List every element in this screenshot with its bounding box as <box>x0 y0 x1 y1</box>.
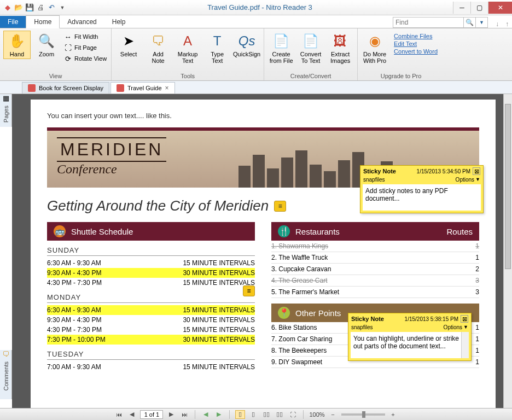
nav-back-button[interactable]: ◀ <box>201 410 211 419</box>
sticky-close-icon[interactable]: ⊠ <box>461 315 468 323</box>
home-tab[interactable]: Home <box>26 15 60 28</box>
pages-panel-tab[interactable]: ▦ Pages <box>0 94 12 127</box>
quick-access-toolbar: ◆ 📂 💾 🖨 ↶ ▼ <box>0 3 67 12</box>
window-buttons: ─ ▢ ✕ <box>453 2 512 14</box>
view-cont-button[interactable]: ▯ <box>248 410 258 419</box>
view-cont-facing-button[interactable]: ▯▯ <box>275 410 284 419</box>
sticky-note-icon[interactable]: ≡ <box>243 285 255 296</box>
fork-icon: 🍴 <box>278 225 290 237</box>
schedule-row: 9:30 AM - 4:30 PM30 MINUTE INTERVALS <box>47 268 255 278</box>
page-input[interactable] <box>140 410 163 419</box>
rotate-icon: ⟳ <box>63 54 72 63</box>
advanced-tab[interactable]: Advanced <box>60 16 104 28</box>
app-icon[interactable]: ◆ <box>3 3 12 12</box>
quicksign-button[interactable]: QsQuickSign <box>233 31 260 59</box>
nav-next-icon[interactable]: ↑ <box>502 20 512 28</box>
fit-width-icon: ↔ <box>63 32 72 41</box>
create-icon: 📄 <box>272 32 290 50</box>
find-input[interactable] <box>393 17 464 28</box>
comments-icon: 🗨 <box>2 350 9 358</box>
type-text-icon: T <box>208 32 226 50</box>
inserted-text: You can insert your own text.... like th… <box>47 112 479 120</box>
select-button[interactable]: ➤Select <box>115 31 142 59</box>
fullscreen-button[interactable]: ⛶ <box>288 410 298 419</box>
pdf-icon <box>28 84 36 92</box>
comments-panel-tab[interactable]: 🗨 Comments <box>0 350 12 399</box>
find-dropdown-button[interactable]: ▼ <box>476 17 488 28</box>
window-title: Travel Guide.pdf - Nitro Reader 3 <box>67 3 453 11</box>
options-dropdown-icon[interactable]: ▼ <box>475 177 480 183</box>
ribbon-group-pro: ◉Do More With Pro Combine Files Edit Tex… <box>358 28 444 80</box>
convert-to-word-link[interactable]: Convert to Word <box>394 48 438 55</box>
restaurants-header: 🍴 Restaurants Routes <box>271 222 479 241</box>
schedule-row: 6:30 AM - 9:30 AM15 MINUTE INTERVALS <box>47 258 255 268</box>
file-tab[interactable]: File <box>0 16 26 28</box>
maximize-button[interactable]: ▢ <box>470 2 488 14</box>
zoom-button[interactable]: 🔍 Zoom <box>33 31 60 59</box>
combine-files-link[interactable]: Combine Files <box>394 33 438 39</box>
close-button[interactable]: ✕ <box>488 2 512 14</box>
undo-icon[interactable]: ↶ <box>47 3 56 12</box>
next-page-button[interactable]: ▶ <box>166 410 176 419</box>
ribbon-group-view: ✋ Hand 🔍 Zoom ↔Fit Width ⛶Fit Page ⟳Rota… <box>0 28 112 80</box>
open-icon[interactable]: 📂 <box>14 3 23 12</box>
sticky-close-icon[interactable]: ⊠ <box>473 167 480 175</box>
print-icon[interactable]: 🖨 <box>36 3 45 12</box>
close-tab-icon[interactable]: × <box>165 84 169 92</box>
convert-to-text-button[interactable]: 📄Convert To Text <box>297 31 324 66</box>
qat-dropdown-icon[interactable]: ▼ <box>58 3 67 12</box>
status-bar: ⏮ ◀ ▶ ⏭ ◀ ▶ ▯ ▯ ▯▯ ▯▯ ⛶ 100% − + <box>0 408 512 420</box>
view-single-button[interactable]: ▯ <box>235 410 245 419</box>
nav-fwd-button[interactable]: ▶ <box>214 410 224 419</box>
last-page-button[interactable]: ⏭ <box>179 410 189 419</box>
extract-images-button[interactable]: 🖼Extract Images <box>327 31 354 66</box>
schedule-row: 7:00 AM - 9:30 AM15 MINUTE INTERVALS <box>47 362 255 372</box>
create-from-file-button[interactable]: 📄Create from File <box>267 31 295 66</box>
totext-icon: 📄 <box>302 32 319 50</box>
hand-tool-button[interactable]: ✋ Hand <box>3 31 31 59</box>
document-tab-book[interactable]: Book for Screen Display <box>22 82 109 94</box>
fit-page-icon: ⛶ <box>63 43 72 52</box>
type-text-button[interactable]: TType Text <box>203 31 231 66</box>
extract-icon: 🖼 <box>331 32 349 50</box>
fit-width-button[interactable]: ↔Fit Width <box>62 32 108 42</box>
pin-icon: 📍 <box>278 307 290 319</box>
day-heading: TUESDAY <box>47 350 255 360</box>
document-tab-travel[interactable]: Travel Guide× <box>110 82 175 94</box>
sticky-note-icon[interactable]: ≡ <box>274 201 286 212</box>
zoom-level: 100% <box>309 411 324 418</box>
sticky-note-1[interactable]: Sticky Note1/15/2013 5:34:50 PM⊠ snapfil… <box>360 165 484 213</box>
shuttle-header: 🚌 Shuttle Schedule <box>47 222 255 241</box>
help-tab[interactable]: Help <box>104 16 133 28</box>
find-search-button[interactable]: 🔍 <box>464 17 476 28</box>
do-more-pro-button[interactable]: ◉Do More With Pro <box>361 31 388 66</box>
vertical-scrollbar[interactable] <box>503 94 512 408</box>
zoom-out-button[interactable]: − <box>328 410 338 419</box>
first-page-button[interactable]: ⏮ <box>114 410 124 419</box>
schedule-row: 4:30 PM - 7:30 PM15 MINUTE INTERVALS <box>47 325 255 335</box>
sticky-note-2[interactable]: Sticky Note1/15/2013 5:38:15 PM⊠ snapfil… <box>348 313 472 361</box>
zoom-in-button[interactable]: + <box>388 410 398 419</box>
add-note-button[interactable]: 🗨Add Note <box>144 31 172 66</box>
fit-page-button[interactable]: ⛶Fit Page <box>62 43 108 52</box>
day-heading: SUNDAY <box>47 246 255 256</box>
restaurant-row: 3. Cupcake Caravan2 <box>271 264 479 275</box>
prev-page-button[interactable]: ◀ <box>127 410 137 419</box>
options-dropdown-icon[interactable]: ▼ <box>463 324 468 330</box>
day-heading: MONDAY <box>47 293 255 303</box>
sticky-scrollbar[interactable] <box>461 332 469 358</box>
rotate-view-button[interactable]: ⟳Rotate View <box>62 54 108 63</box>
restaurant-row: 4. The Grease Cart3 <box>271 275 479 287</box>
schedule-row: 9:30 AM - 4:30 PM30 MINUTE INTERVALS <box>47 315 255 325</box>
document-tabs: Book for Screen Display Travel Guide× <box>0 81 512 94</box>
zoom-icon: 🔍 <box>38 32 55 50</box>
select-icon: ➤ <box>120 32 137 50</box>
zoom-slider[interactable] <box>341 413 385 416</box>
minimize-button[interactable]: ─ <box>453 2 470 14</box>
nav-prev-icon[interactable]: ↓ <box>492 20 502 28</box>
view-facing-button[interactable]: ▯▯ <box>261 410 271 419</box>
save-icon[interactable]: 💾 <box>25 3 34 12</box>
banner-subtitle: Conference <box>57 162 166 177</box>
edit-text-link[interactable]: Edit Text <box>394 40 438 47</box>
markup-text-button[interactable]: AMarkup Text <box>174 31 201 66</box>
